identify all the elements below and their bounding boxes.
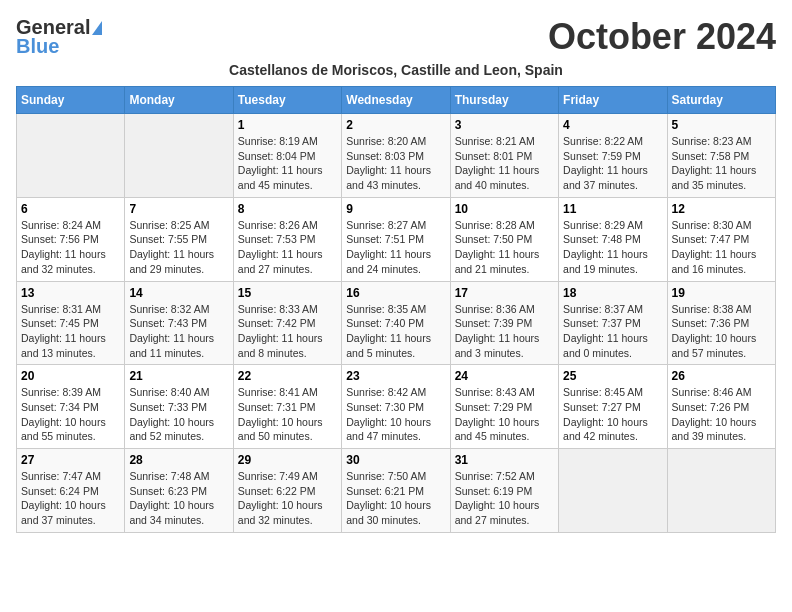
day-number: 24 bbox=[455, 369, 554, 383]
calendar-cell: 22Sunrise: 8:41 AM Sunset: 7:31 PM Dayli… bbox=[233, 365, 341, 449]
day-info: Sunrise: 8:26 AM Sunset: 7:53 PM Dayligh… bbox=[238, 218, 337, 277]
calendar-cell: 14Sunrise: 8:32 AM Sunset: 7:43 PM Dayli… bbox=[125, 281, 233, 365]
calendar-cell: 21Sunrise: 8:40 AM Sunset: 7:33 PM Dayli… bbox=[125, 365, 233, 449]
calendar-cell: 28Sunrise: 7:48 AM Sunset: 6:23 PM Dayli… bbox=[125, 449, 233, 533]
calendar-cell: 26Sunrise: 8:46 AM Sunset: 7:26 PM Dayli… bbox=[667, 365, 775, 449]
day-number: 2 bbox=[346, 118, 445, 132]
calendar-cell: 10Sunrise: 8:28 AM Sunset: 7:50 PM Dayli… bbox=[450, 197, 558, 281]
calendar-cell: 12Sunrise: 8:30 AM Sunset: 7:47 PM Dayli… bbox=[667, 197, 775, 281]
day-info: Sunrise: 7:50 AM Sunset: 6:21 PM Dayligh… bbox=[346, 469, 445, 528]
day-info: Sunrise: 8:20 AM Sunset: 8:03 PM Dayligh… bbox=[346, 134, 445, 193]
calendar-cell: 1Sunrise: 8:19 AM Sunset: 8:04 PM Daylig… bbox=[233, 114, 341, 198]
day-info: Sunrise: 8:21 AM Sunset: 8:01 PM Dayligh… bbox=[455, 134, 554, 193]
weekday-header-wednesday: Wednesday bbox=[342, 87, 450, 114]
weekday-header-friday: Friday bbox=[559, 87, 667, 114]
day-number: 4 bbox=[563, 118, 662, 132]
weekday-header-row: SundayMondayTuesdayWednesdayThursdayFrid… bbox=[17, 87, 776, 114]
calendar-cell: 16Sunrise: 8:35 AM Sunset: 7:40 PM Dayli… bbox=[342, 281, 450, 365]
day-info: Sunrise: 8:33 AM Sunset: 7:42 PM Dayligh… bbox=[238, 302, 337, 361]
calendar-cell bbox=[559, 449, 667, 533]
day-number: 23 bbox=[346, 369, 445, 383]
day-number: 20 bbox=[21, 369, 120, 383]
day-number: 13 bbox=[21, 286, 120, 300]
logo-icon bbox=[92, 21, 102, 35]
day-info: Sunrise: 8:32 AM Sunset: 7:43 PM Dayligh… bbox=[129, 302, 228, 361]
calendar-cell: 20Sunrise: 8:39 AM Sunset: 7:34 PM Dayli… bbox=[17, 365, 125, 449]
calendar-table: SundayMondayTuesdayWednesdayThursdayFrid… bbox=[16, 86, 776, 533]
day-info: Sunrise: 8:23 AM Sunset: 7:58 PM Dayligh… bbox=[672, 134, 771, 193]
day-number: 28 bbox=[129, 453, 228, 467]
week-row-1: 1Sunrise: 8:19 AM Sunset: 8:04 PM Daylig… bbox=[17, 114, 776, 198]
day-number: 22 bbox=[238, 369, 337, 383]
page-subtitle: Castellanos de Moriscos, Castille and Le… bbox=[16, 62, 776, 78]
day-number: 26 bbox=[672, 369, 771, 383]
weekday-header-thursday: Thursday bbox=[450, 87, 558, 114]
day-info: Sunrise: 8:25 AM Sunset: 7:55 PM Dayligh… bbox=[129, 218, 228, 277]
day-info: Sunrise: 8:36 AM Sunset: 7:39 PM Dayligh… bbox=[455, 302, 554, 361]
page-header: General Blue October 2024 bbox=[16, 16, 776, 58]
day-number: 8 bbox=[238, 202, 337, 216]
calendar-cell: 30Sunrise: 7:50 AM Sunset: 6:21 PM Dayli… bbox=[342, 449, 450, 533]
calendar-cell: 7Sunrise: 8:25 AM Sunset: 7:55 PM Daylig… bbox=[125, 197, 233, 281]
day-number: 11 bbox=[563, 202, 662, 216]
week-row-5: 27Sunrise: 7:47 AM Sunset: 6:24 PM Dayli… bbox=[17, 449, 776, 533]
day-number: 10 bbox=[455, 202, 554, 216]
calendar-cell: 19Sunrise: 8:38 AM Sunset: 7:36 PM Dayli… bbox=[667, 281, 775, 365]
calendar-cell: 15Sunrise: 8:33 AM Sunset: 7:42 PM Dayli… bbox=[233, 281, 341, 365]
day-number: 31 bbox=[455, 453, 554, 467]
day-info: Sunrise: 7:52 AM Sunset: 6:19 PM Dayligh… bbox=[455, 469, 554, 528]
day-info: Sunrise: 8:27 AM Sunset: 7:51 PM Dayligh… bbox=[346, 218, 445, 277]
day-number: 16 bbox=[346, 286, 445, 300]
day-number: 6 bbox=[21, 202, 120, 216]
day-info: Sunrise: 8:46 AM Sunset: 7:26 PM Dayligh… bbox=[672, 385, 771, 444]
calendar-cell: 27Sunrise: 7:47 AM Sunset: 6:24 PM Dayli… bbox=[17, 449, 125, 533]
day-info: Sunrise: 8:24 AM Sunset: 7:56 PM Dayligh… bbox=[21, 218, 120, 277]
calendar-cell: 4Sunrise: 8:22 AM Sunset: 7:59 PM Daylig… bbox=[559, 114, 667, 198]
day-info: Sunrise: 8:43 AM Sunset: 7:29 PM Dayligh… bbox=[455, 385, 554, 444]
calendar-cell: 6Sunrise: 8:24 AM Sunset: 7:56 PM Daylig… bbox=[17, 197, 125, 281]
day-number: 9 bbox=[346, 202, 445, 216]
calendar-cell: 17Sunrise: 8:36 AM Sunset: 7:39 PM Dayli… bbox=[450, 281, 558, 365]
day-number: 25 bbox=[563, 369, 662, 383]
weekday-header-sunday: Sunday bbox=[17, 87, 125, 114]
day-info: Sunrise: 7:47 AM Sunset: 6:24 PM Dayligh… bbox=[21, 469, 120, 528]
day-info: Sunrise: 8:22 AM Sunset: 7:59 PM Dayligh… bbox=[563, 134, 662, 193]
day-info: Sunrise: 8:45 AM Sunset: 7:27 PM Dayligh… bbox=[563, 385, 662, 444]
calendar-cell: 5Sunrise: 8:23 AM Sunset: 7:58 PM Daylig… bbox=[667, 114, 775, 198]
day-info: Sunrise: 8:41 AM Sunset: 7:31 PM Dayligh… bbox=[238, 385, 337, 444]
day-number: 15 bbox=[238, 286, 337, 300]
day-number: 19 bbox=[672, 286, 771, 300]
weekday-header-monday: Monday bbox=[125, 87, 233, 114]
day-number: 29 bbox=[238, 453, 337, 467]
day-info: Sunrise: 8:42 AM Sunset: 7:30 PM Dayligh… bbox=[346, 385, 445, 444]
weekday-header-saturday: Saturday bbox=[667, 87, 775, 114]
calendar-cell bbox=[667, 449, 775, 533]
day-number: 7 bbox=[129, 202, 228, 216]
day-number: 18 bbox=[563, 286, 662, 300]
calendar-cell: 31Sunrise: 7:52 AM Sunset: 6:19 PM Dayli… bbox=[450, 449, 558, 533]
day-info: Sunrise: 8:30 AM Sunset: 7:47 PM Dayligh… bbox=[672, 218, 771, 277]
day-number: 17 bbox=[455, 286, 554, 300]
day-number: 27 bbox=[21, 453, 120, 467]
day-info: Sunrise: 7:49 AM Sunset: 6:22 PM Dayligh… bbox=[238, 469, 337, 528]
day-info: Sunrise: 8:40 AM Sunset: 7:33 PM Dayligh… bbox=[129, 385, 228, 444]
calendar-cell: 9Sunrise: 8:27 AM Sunset: 7:51 PM Daylig… bbox=[342, 197, 450, 281]
calendar-cell: 2Sunrise: 8:20 AM Sunset: 8:03 PM Daylig… bbox=[342, 114, 450, 198]
calendar-cell: 23Sunrise: 8:42 AM Sunset: 7:30 PM Dayli… bbox=[342, 365, 450, 449]
calendar-cell: 25Sunrise: 8:45 AM Sunset: 7:27 PM Dayli… bbox=[559, 365, 667, 449]
calendar-cell bbox=[17, 114, 125, 198]
day-number: 3 bbox=[455, 118, 554, 132]
day-info: Sunrise: 8:35 AM Sunset: 7:40 PM Dayligh… bbox=[346, 302, 445, 361]
week-row-4: 20Sunrise: 8:39 AM Sunset: 7:34 PM Dayli… bbox=[17, 365, 776, 449]
day-number: 14 bbox=[129, 286, 228, 300]
logo-blue: Blue bbox=[16, 35, 59, 58]
week-row-3: 13Sunrise: 8:31 AM Sunset: 7:45 PM Dayli… bbox=[17, 281, 776, 365]
calendar-cell: 11Sunrise: 8:29 AM Sunset: 7:48 PM Dayli… bbox=[559, 197, 667, 281]
day-info: Sunrise: 8:31 AM Sunset: 7:45 PM Dayligh… bbox=[21, 302, 120, 361]
day-info: Sunrise: 8:39 AM Sunset: 7:34 PM Dayligh… bbox=[21, 385, 120, 444]
calendar-cell: 3Sunrise: 8:21 AM Sunset: 8:01 PM Daylig… bbox=[450, 114, 558, 198]
day-number: 12 bbox=[672, 202, 771, 216]
calendar-cell: 13Sunrise: 8:31 AM Sunset: 7:45 PM Dayli… bbox=[17, 281, 125, 365]
logo: General Blue bbox=[16, 16, 102, 58]
day-number: 1 bbox=[238, 118, 337, 132]
